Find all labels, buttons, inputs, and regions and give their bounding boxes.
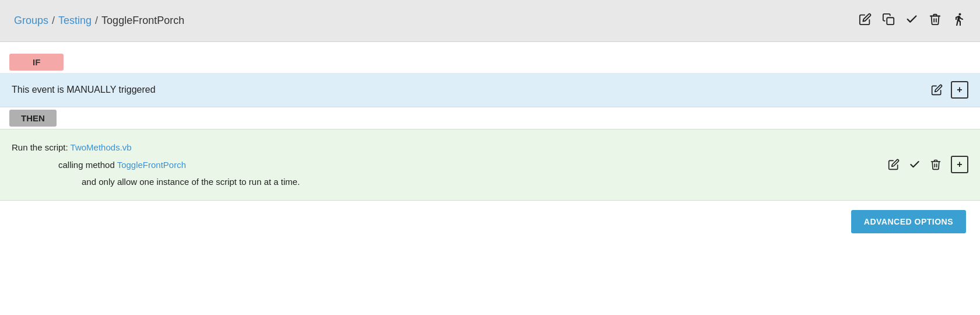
condition-row-icons: + [931, 81, 968, 99]
header-copy-icon[interactable] [882, 13, 895, 29]
condition-edit-icon[interactable] [931, 84, 943, 96]
breadcrumb-sep1: / [52, 15, 55, 27]
breadcrumb-current: ToggleFrontPorch [101, 15, 184, 27]
action-delete-icon[interactable] [930, 159, 942, 170]
action-line2: calling method ToggleFrontPorch [12, 158, 300, 173]
header-delete-icon[interactable] [929, 13, 942, 29]
header: Groups / Testing / ToggleFrontPorch [0, 0, 980, 42]
svg-rect-0 [887, 18, 894, 24]
condition-row: This event is MANUALLY triggered + [0, 73, 980, 107]
action-line1-prefix: Run the script: [12, 142, 71, 152]
action-line3: and only allow one instance of the scrip… [12, 174, 300, 190]
header-edit-icon[interactable] [859, 13, 872, 29]
footer: ADVANCED OPTIONS [0, 201, 980, 243]
condition-text: This event is MANUALLY triggered [12, 85, 156, 95]
if-bar: IF [9, 54, 64, 71]
breadcrumb-testing[interactable]: Testing [58, 15, 92, 27]
condition-add-icon[interactable]: + [951, 81, 968, 99]
action-script-link[interactable]: TwoMethods.vb [71, 142, 132, 152]
header-toolbar [859, 12, 966, 30]
header-check-icon[interactable] [905, 13, 918, 29]
header-run-icon[interactable] [952, 12, 966, 30]
then-label: THEN [9, 110, 57, 127]
action-row-icons: + [888, 156, 968, 173]
then-bar: THEN [9, 110, 57, 127]
if-label: IF [9, 54, 64, 71]
if-section: IF This event is MANUALLY triggered + [0, 54, 980, 107]
action-row: Run the script: TwoMethods.vb calling me… [0, 129, 980, 201]
breadcrumb-sep2: / [95, 15, 98, 27]
breadcrumb: Groups / Testing / ToggleFrontPorch [14, 15, 184, 27]
advanced-options-button[interactable]: ADVANCED OPTIONS [851, 210, 966, 233]
action-method-link[interactable]: ToggleFrontPorch [117, 160, 186, 170]
action-check-icon[interactable] [909, 159, 921, 170]
action-edit-icon[interactable] [888, 159, 900, 170]
action-line1: Run the script: TwoMethods.vb [12, 140, 300, 155]
action-line2-prefix: calling method [58, 160, 117, 170]
main-content: IF This event is MANUALLY triggered + TH… [0, 42, 980, 243]
breadcrumb-groups[interactable]: Groups [14, 15, 48, 27]
action-text: Run the script: TwoMethods.vb calling me… [12, 140, 300, 190]
action-add-icon[interactable]: + [951, 156, 968, 173]
then-section: THEN Run the script: TwoMethods.vb calli… [0, 107, 980, 201]
